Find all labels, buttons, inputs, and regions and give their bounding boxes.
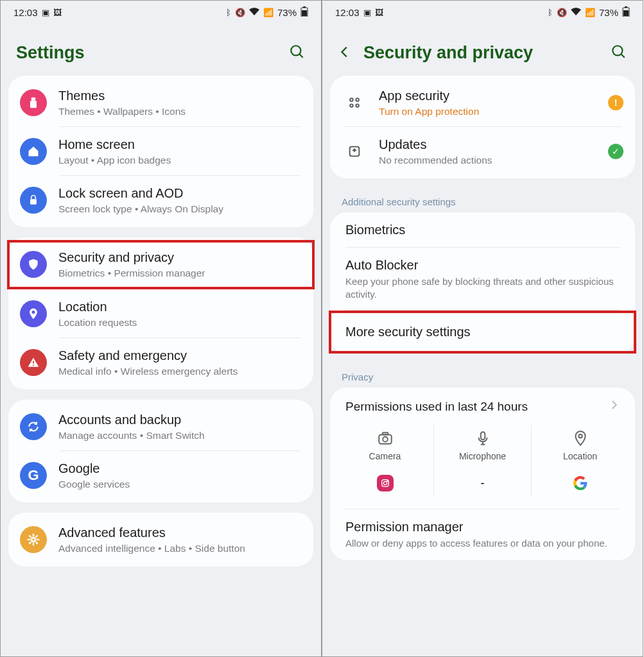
settings-group: Security and privacy Biometrics • Permis… [8,237,313,389]
svg-rect-7 [30,200,37,205]
image-icon: 🖼 [53,8,62,17]
svg-rect-16 [623,10,629,16]
security-privacy-screen: 12:03 ▣ 🖼 ᛒ 🔇 📶 73% Security and privacy [322,0,643,657]
search-icon[interactable] [289,44,306,63]
settings-item-home-screen[interactable]: Home screen Layout • App icon badges [8,127,313,176]
settings-item-google[interactable]: G Google Google services [8,451,313,500]
perm-col-camera[interactable]: Camera [336,425,434,497]
svg-point-13 [32,539,34,541]
privacy-group: Permissions used in last 24 hours Camera… [330,388,635,560]
settings-item-lock-screen[interactable]: Lock screen and AOD Screen lock type • A… [8,176,313,225]
security-header: Security and privacy [322,24,643,76]
perm-col-microphone[interactable]: Microphone - [434,425,532,497]
item-permission-manager[interactable]: Permission manager Allow or deny apps to… [330,509,635,560]
settings-item-location[interactable]: Location Location requests [8,289,313,338]
item-auto-blocker[interactable]: Auto Blocker Keep your phone safe by blo… [330,248,635,311]
status-time: 12:03 [13,7,38,18]
item-more-security-settings[interactable]: More security settings [330,311,635,354]
settings-group: Advanced features Advanced intelligence … [8,513,313,567]
battery-icon [300,6,308,19]
security-status-group: App security Turn on App protection ! Up… [330,76,635,178]
svg-point-19 [350,98,353,101]
alert-icon [20,349,47,376]
update-icon [344,141,365,162]
image-icon: 🖼 [375,8,383,17]
bluetooth-icon: ᛒ [548,8,553,17]
svg-point-22 [356,104,359,107]
item-title: Google [58,460,302,477]
shield-icon [20,251,47,278]
svg-point-21 [350,104,353,107]
permissions-used-row[interactable]: Permissions used in last 24 hours [330,388,635,419]
ok-badge-icon: ✓ [608,144,623,159]
status-time: 12:03 [335,7,360,18]
item-title: Accounts and backup [58,411,302,428]
svg-rect-30 [480,432,485,440]
item-title: More security settings [345,325,620,339]
item-sub: Advanced intelligence • Labs • Side butt… [58,542,302,555]
apps-icon [344,92,365,113]
item-title: Lock screen and AOD [58,185,302,201]
settings-item-themes[interactable]: Themes Themes • Wallpapers • Icons [8,78,313,127]
wifi-icon [249,8,259,17]
page-title: Security and privacy [363,43,600,63]
mute-icon: 🔇 [557,8,567,17]
signal-icon: 📶 [263,8,274,17]
item-title: Auto Blocker [345,258,620,273]
perm-label: Camera [369,451,401,461]
settings-item-advanced-features[interactable]: Advanced features Advanced intelligence … [8,515,313,564]
svg-rect-24 [379,435,392,444]
settings-item-accounts-backup[interactable]: Accounts and backup Manage accounts • Sm… [8,402,313,451]
item-sub: Themes • Wallpapers • Icons [58,105,302,118]
svg-point-8 [32,311,35,314]
section-additional-security: Additional security settings [322,189,643,212]
signal-icon: 📶 [585,8,595,17]
settings-group: Themes Themes • Wallpapers • Icons Home … [8,76,313,227]
item-sub: Turn on App protection [379,105,596,118]
section-privacy: Privacy [322,364,643,388]
battery-icon [622,6,630,19]
notif-icon: ▣ [42,8,49,17]
item-updates[interactable]: Updates No recommended actions ✓ [330,127,635,176]
status-bar: 12:03 ▣ 🖼 ᛒ 🔇 📶 73% [322,1,643,24]
item-title: Security and privacy [58,249,302,266]
item-title: Safety and emergency [58,347,302,364]
mute-icon: 🔇 [235,8,245,17]
item-title: Home screen [58,136,302,153]
app-google-icon [573,473,587,493]
svg-point-20 [356,98,359,101]
svg-point-3 [291,46,300,55]
item-title: App security [379,87,596,104]
back-icon[interactable] [338,45,353,62]
svg-rect-10 [33,364,34,366]
permissions-grid: Camera Microphone - Location [330,419,635,509]
item-app-security[interactable]: App security Turn on App protection ! [330,78,635,127]
pin-icon [20,300,47,327]
additional-security-group: Biometrics Auto Blocker Keep your phone … [330,212,635,354]
wifi-icon [571,8,581,17]
settings-item-security-privacy[interactable]: Security and privacy Biometrics • Permis… [8,240,313,289]
item-title: Location [58,298,302,315]
search-icon[interactable] [611,44,627,63]
perm-col-location[interactable]: Location [532,425,629,497]
svg-point-31 [579,434,582,438]
item-title: Biometrics [345,223,620,237]
item-biometrics[interactable]: Biometrics [330,212,635,248]
svg-rect-6 [30,101,37,108]
gear-icon [20,526,47,553]
perm-title: Permissions used in last 24 hours [345,400,528,414]
svg-point-28 [383,482,387,485]
svg-point-29 [387,481,387,481]
svg-line-18 [621,54,624,57]
settings-item-safety-emergency[interactable]: Safety and emergency Medical info • Wire… [8,338,313,387]
perm-label: Location [563,451,597,461]
app-none: - [481,473,485,493]
item-title: Updates [379,136,596,153]
lock-icon [20,187,47,214]
bluetooth-icon: ᛒ [226,8,231,17]
svg-rect-5 [31,98,36,101]
item-sub: Location requests [58,316,302,329]
page-title: Settings [16,43,279,63]
app-instagram-icon [377,473,394,493]
settings-screen: 12:03 ▣ 🖼 ᛒ 🔇 📶 73% Settings [0,0,322,657]
